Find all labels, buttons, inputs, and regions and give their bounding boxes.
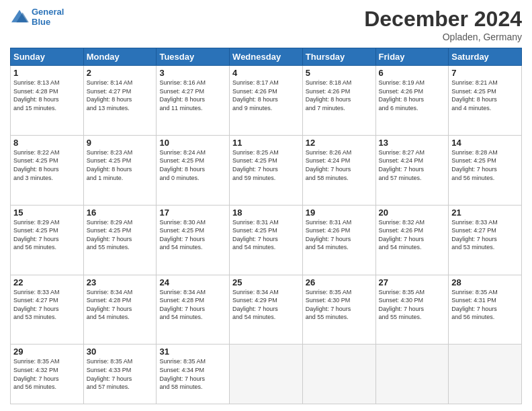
day-cell: [302, 345, 375, 404]
day-cell: 24Sunrise: 8:34 AM Sunset: 4:28 PM Dayli…: [157, 275, 230, 345]
day-info: Sunrise: 8:17 AM Sunset: 4:26 PM Dayligh…: [232, 79, 300, 112]
day-info: Sunrise: 8:29 AM Sunset: 4:25 PM Dayligh…: [13, 218, 81, 252]
day-number: 3: [159, 68, 226, 78]
day-info: Sunrise: 8:33 AM Sunset: 4:27 PM Dayligh…: [13, 288, 81, 322]
day-cell: 6Sunrise: 8:19 AM Sunset: 4:26 PM Daylig…: [375, 66, 449, 136]
day-number: 29: [13, 347, 81, 357]
day-number: 12: [306, 138, 373, 148]
day-cell: 25Sunrise: 8:34 AM Sunset: 4:29 PM Dayli…: [230, 275, 303, 345]
day-cell: 14Sunrise: 8:28 AM Sunset: 4:25 PM Dayli…: [449, 135, 522, 205]
day-number: 16: [87, 208, 154, 218]
day-cell: 4Sunrise: 8:17 AM Sunset: 4:26 PM Daylig…: [230, 66, 303, 136]
day-number: 8: [13, 138, 81, 148]
week-row-1: 1Sunrise: 8:13 AM Sunset: 4:28 PM Daylig…: [11, 66, 522, 136]
day-info: Sunrise: 8:25 AM Sunset: 4:25 PM Dayligh…: [232, 148, 300, 182]
day-info: Sunrise: 8:13 AM Sunset: 4:28 PM Dayligh…: [13, 79, 81, 112]
day-cell: 5Sunrise: 8:18 AM Sunset: 4:26 PM Daylig…: [302, 66, 375, 136]
day-cell: 26Sunrise: 8:35 AM Sunset: 4:30 PM Dayli…: [302, 275, 375, 345]
day-info: Sunrise: 8:28 AM Sunset: 4:25 PM Dayligh…: [451, 148, 519, 182]
title-area: December 2024 Opladen, Germany: [364, 7, 522, 42]
location: Opladen, Germany: [364, 32, 522, 42]
day-number: 13: [379, 138, 446, 148]
day-cell: 21Sunrise: 8:33 AM Sunset: 4:27 PM Dayli…: [449, 205, 522, 275]
day-number: 15: [13, 208, 81, 218]
day-info: Sunrise: 8:35 AM Sunset: 4:30 PM Dayligh…: [379, 288, 446, 322]
day-cell: 19Sunrise: 8:31 AM Sunset: 4:26 PM Dayli…: [302, 205, 375, 275]
day-cell: 10Sunrise: 8:24 AM Sunset: 4:25 PM Dayli…: [157, 135, 230, 205]
day-info: Sunrise: 8:34 AM Sunset: 4:28 PM Dayligh…: [87, 288, 154, 322]
day-number: 19: [306, 208, 373, 218]
day-cell: 7Sunrise: 8:21 AM Sunset: 4:25 PM Daylig…: [449, 66, 522, 136]
day-info: Sunrise: 8:19 AM Sunset: 4:26 PM Dayligh…: [379, 79, 446, 112]
day-cell: 29Sunrise: 8:35 AM Sunset: 4:32 PM Dayli…: [11, 345, 84, 404]
weekday-header-tuesday: Tuesday: [157, 48, 230, 66]
day-info: Sunrise: 8:34 AM Sunset: 4:28 PM Dayligh…: [159, 288, 226, 322]
day-info: Sunrise: 8:35 AM Sunset: 4:34 PM Dayligh…: [159, 357, 226, 391]
day-info: Sunrise: 8:30 AM Sunset: 4:25 PM Dayligh…: [159, 218, 226, 252]
day-number: 20: [379, 208, 446, 218]
logo-icon: [10, 9, 29, 25]
logo: General Blue: [10, 7, 64, 27]
day-number: 27: [379, 277, 446, 287]
page: General Blue December 2024 Opladen, Germ…: [0, 0, 532, 411]
day-number: 26: [306, 277, 373, 287]
day-number: 7: [451, 68, 519, 78]
day-info: Sunrise: 8:35 AM Sunset: 4:32 PM Dayligh…: [13, 357, 81, 391]
day-info: Sunrise: 8:26 AM Sunset: 4:24 PM Dayligh…: [306, 148, 373, 182]
header: General Blue December 2024 Opladen, Germ…: [10, 7, 522, 42]
day-cell: [375, 345, 449, 404]
day-info: Sunrise: 8:35 AM Sunset: 4:30 PM Dayligh…: [306, 288, 373, 322]
weekday-header-saturday: Saturday: [449, 48, 522, 66]
month-title: December 2024: [364, 7, 522, 32]
day-cell: 3Sunrise: 8:16 AM Sunset: 4:27 PM Daylig…: [157, 66, 230, 136]
day-number: 30: [87, 347, 154, 357]
day-cell: 13Sunrise: 8:27 AM Sunset: 4:24 PM Dayli…: [375, 135, 449, 205]
day-info: Sunrise: 8:32 AM Sunset: 4:26 PM Dayligh…: [379, 218, 446, 252]
weekday-header-wednesday: Wednesday: [230, 48, 303, 66]
day-info: Sunrise: 8:14 AM Sunset: 4:27 PM Dayligh…: [87, 79, 154, 112]
day-number: 5: [306, 68, 373, 78]
day-cell: 8Sunrise: 8:22 AM Sunset: 4:25 PM Daylig…: [11, 135, 84, 205]
day-cell: 28Sunrise: 8:35 AM Sunset: 4:31 PM Dayli…: [449, 275, 522, 345]
day-number: 24: [159, 277, 226, 287]
day-cell: 12Sunrise: 8:26 AM Sunset: 4:24 PM Dayli…: [302, 135, 375, 205]
day-number: 11: [232, 138, 300, 148]
day-number: 9: [87, 138, 154, 148]
day-number: 28: [451, 277, 519, 287]
day-number: 23: [87, 277, 154, 287]
day-cell: 22Sunrise: 8:33 AM Sunset: 4:27 PM Dayli…: [11, 275, 84, 345]
day-cell: 23Sunrise: 8:34 AM Sunset: 4:28 PM Dayli…: [83, 275, 157, 345]
day-number: 4: [232, 68, 300, 78]
day-info: Sunrise: 8:33 AM Sunset: 4:27 PM Dayligh…: [451, 218, 519, 252]
day-cell: 18Sunrise: 8:31 AM Sunset: 4:25 PM Dayli…: [230, 205, 303, 275]
weekday-header-row: SundayMondayTuesdayWednesdayThursdayFrid…: [11, 48, 522, 66]
day-cell: 1Sunrise: 8:13 AM Sunset: 4:28 PM Daylig…: [11, 66, 84, 136]
day-cell: 2Sunrise: 8:14 AM Sunset: 4:27 PM Daylig…: [83, 66, 157, 136]
day-cell: 9Sunrise: 8:23 AM Sunset: 4:25 PM Daylig…: [83, 135, 157, 205]
week-row-2: 8Sunrise: 8:22 AM Sunset: 4:25 PM Daylig…: [11, 135, 522, 205]
day-number: 17: [159, 208, 226, 218]
day-cell: 30Sunrise: 8:35 AM Sunset: 4:33 PM Dayli…: [83, 345, 157, 404]
day-cell: [449, 345, 522, 404]
week-row-5: 29Sunrise: 8:35 AM Sunset: 4:32 PM Dayli…: [11, 345, 522, 404]
week-row-4: 22Sunrise: 8:33 AM Sunset: 4:27 PM Dayli…: [11, 275, 522, 345]
week-row-3: 15Sunrise: 8:29 AM Sunset: 4:25 PM Dayli…: [11, 205, 522, 275]
day-cell: 27Sunrise: 8:35 AM Sunset: 4:30 PM Dayli…: [375, 275, 449, 345]
day-number: 1: [13, 68, 81, 78]
day-cell: 17Sunrise: 8:30 AM Sunset: 4:25 PM Dayli…: [157, 205, 230, 275]
day-cell: [230, 345, 303, 404]
day-number: 31: [159, 347, 226, 357]
day-number: 6: [379, 68, 446, 78]
day-number: 22: [13, 277, 81, 287]
day-info: Sunrise: 8:27 AM Sunset: 4:24 PM Dayligh…: [379, 148, 446, 182]
day-info: Sunrise: 8:16 AM Sunset: 4:27 PM Dayligh…: [159, 79, 226, 112]
day-info: Sunrise: 8:35 AM Sunset: 4:33 PM Dayligh…: [87, 357, 154, 391]
day-number: 2: [87, 68, 154, 78]
day-cell: 11Sunrise: 8:25 AM Sunset: 4:25 PM Dayli…: [230, 135, 303, 205]
day-info: Sunrise: 8:34 AM Sunset: 4:29 PM Dayligh…: [232, 288, 300, 322]
day-number: 14: [451, 138, 519, 148]
day-info: Sunrise: 8:21 AM Sunset: 4:25 PM Dayligh…: [451, 79, 519, 112]
day-number: 21: [451, 208, 519, 218]
weekday-header-thursday: Thursday: [302, 48, 375, 66]
weekday-header-monday: Monday: [83, 48, 157, 66]
